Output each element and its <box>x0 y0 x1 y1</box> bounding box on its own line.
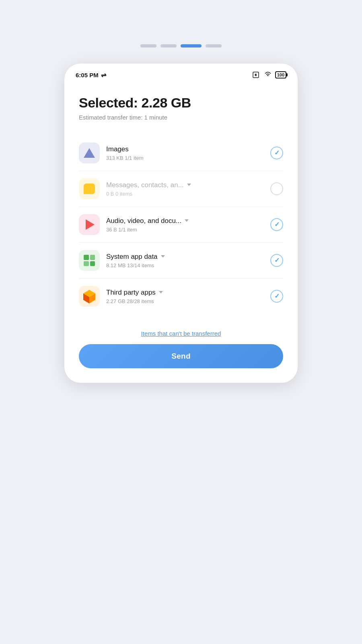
wifi-icon <box>264 71 272 79</box>
chevron-down-icon-thirdparty <box>159 291 163 293</box>
item-name-system: System app data <box>106 253 264 261</box>
check-circle-system[interactable]: ✓ <box>270 254 283 267</box>
status-time: 6:05 PM ⇌ <box>76 71 106 79</box>
transfer-icon: ⇌ <box>101 71 106 79</box>
time-text: 6:05 PM <box>76 72 99 78</box>
item-name-thirdparty: Third party apps <box>106 289 264 297</box>
transfer-time: Estimated transfer time: 1 minute <box>79 114 283 121</box>
item-meta-images: 313 KB 1/1 item <box>106 155 264 161</box>
selected-title: Selected: 2.28 GB <box>79 95 283 111</box>
checkmark-images: ✓ <box>274 150 280 156</box>
items-list: Images 313 KB 1/1 item ✓ Messages, conta… <box>79 135 283 314</box>
list-item[interactable]: Images 313 KB 1/1 item ✓ <box>79 135 283 171</box>
check-circle-messages[interactable] <box>270 182 283 195</box>
item-info-system: System app data 8.12 MB 13/14 items <box>106 253 264 268</box>
phone-frame: 6:05 PM ⇌ ✕ 100 <box>64 64 298 383</box>
page-dot-3[interactable] <box>181 44 202 47</box>
item-info-images: Images 313 KB 1/1 item <box>106 145 264 161</box>
item-meta-system: 8.12 MB 13/14 items <box>106 262 264 268</box>
item-meta-thirdparty: 2.27 GB 28/28 items <box>106 298 264 304</box>
page-indicators <box>140 44 222 47</box>
chevron-down-icon <box>187 184 191 186</box>
cant-transfer-link[interactable]: Items that can't be transferred <box>141 330 221 337</box>
item-info-messages: Messages, contacts, an... 0 B 0 items <box>106 181 264 197</box>
check-circle-audio[interactable]: ✓ <box>270 218 283 231</box>
chevron-down-icon-system <box>161 255 165 258</box>
item-info-audio: Audio, video, and docu... 36 B 1/1 item <box>106 217 264 233</box>
images-icon <box>79 142 100 163</box>
status-icons: ✕ 100 <box>253 71 286 79</box>
item-name-images: Images <box>106 145 264 153</box>
footer: Items that can't be transferred Send <box>64 322 298 383</box>
grid-icon-inner <box>84 255 95 266</box>
item-meta-audio: 36 B 1/1 item <box>106 227 264 233</box>
audio-icon <box>79 214 100 235</box>
item-meta-messages: 0 B 0 items <box>106 191 264 197</box>
checkmark-thirdparty: ✓ <box>274 293 280 299</box>
svg-text:✕: ✕ <box>254 73 257 76</box>
checkmark-audio: ✓ <box>274 221 280 228</box>
chevron-down-icon-audio <box>185 219 189 222</box>
checkmark-system: ✓ <box>274 257 280 264</box>
messages-icon <box>79 178 100 199</box>
status-bar: 6:05 PM ⇌ ✕ 100 <box>64 64 298 83</box>
page-dot-2[interactable] <box>160 44 177 47</box>
list-item-thirdparty[interactable]: Third party apps 2.27 GB 28/28 items ✓ <box>79 279 283 314</box>
system-icon <box>79 250 100 271</box>
battery-level: 100 <box>277 72 284 77</box>
item-info-thirdparty: Third party apps 2.27 GB 28/28 items <box>106 289 264 304</box>
item-name-messages: Messages, contacts, an... <box>106 181 264 189</box>
cube-svg <box>82 289 96 303</box>
page-dot-1[interactable] <box>140 44 156 47</box>
send-button[interactable]: Send <box>79 344 283 368</box>
check-circle-images[interactable]: ✓ <box>270 147 283 159</box>
item-name-audio: Audio, video, and docu... <box>106 217 264 225</box>
list-item-system[interactable]: System app data 8.12 MB 13/14 items ✓ <box>79 243 283 279</box>
screen-record-icon: ✕ <box>253 72 261 78</box>
check-circle-thirdparty[interactable]: ✓ <box>270 290 283 303</box>
main-content: Selected: 2.28 GB Estimated transfer tim… <box>64 83 298 322</box>
battery-icon: 100 <box>275 71 286 78</box>
thirdparty-icon <box>79 286 100 307</box>
list-item-audio[interactable]: Audio, video, and docu... 36 B 1/1 item … <box>79 207 283 243</box>
list-item-messages[interactable]: Messages, contacts, an... 0 B 0 items <box>79 171 283 207</box>
page-dot-4[interactable] <box>206 44 222 47</box>
